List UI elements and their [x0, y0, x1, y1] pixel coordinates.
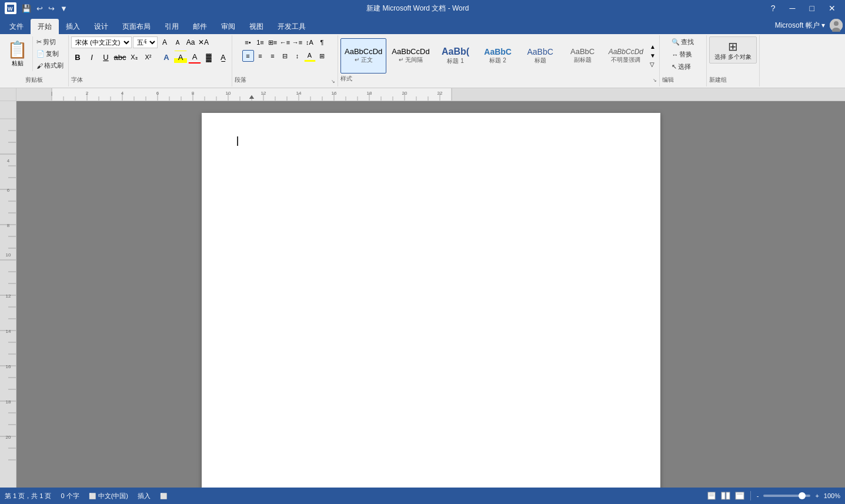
tab-view[interactable]: 视图 — [242, 19, 270, 34]
zoom-in-button[interactable]: + — [815, 492, 819, 499]
font-color-button[interactable]: A — [188, 51, 201, 64]
char-border-button[interactable]: A̲ — [216, 51, 229, 64]
tab-insert[interactable]: 插入 — [59, 19, 87, 34]
italic-button[interactable]: I — [85, 51, 98, 64]
decrease-indent-button[interactable]: ←≡ — [279, 36, 291, 48]
font-name-select[interactable]: 宋体 (中文正文) — [71, 36, 132, 48]
view-read-button[interactable] — [721, 492, 730, 500]
shrink-font-button[interactable]: A — [172, 36, 183, 48]
style-title[interactable]: AaBbC 标题 — [520, 38, 561, 74]
paragraph-expand-button[interactable]: ↘ — [331, 79, 335, 84]
line-spacing-button[interactable]: ↕ — [292, 50, 303, 62]
superscript-button[interactable]: X² — [142, 51, 155, 64]
ruler-content: | 2 4 6 8 10 12 14 16 18 20 22 — [16, 88, 845, 101]
text-effects-button[interactable]: A — [160, 51, 173, 64]
zoom-slider[interactable] — [763, 495, 810, 497]
ribbon-tabs: 文件 开始 插入 设计 页面布局 引用 邮件 审阅 视图 开发工具 Micros… — [0, 16, 845, 34]
styles-scroll-down[interactable]: ▼ — [649, 52, 657, 59]
status-page-info[interactable]: 第 1 页，共 1 页 — [5, 492, 51, 500]
zoom-out-button[interactable]: - — [757, 492, 759, 499]
style-subtitle[interactable]: AaBbC 副标题 — [562, 38, 603, 74]
save-button[interactable]: 💾 — [20, 4, 33, 13]
tab-mail[interactable]: 邮件 — [186, 19, 214, 34]
cut-button[interactable]: ✂剪切 — [34, 36, 66, 48]
underline-button[interactable]: U — [99, 51, 112, 64]
status-macro[interactable]: ⬜ — [160, 493, 167, 499]
document-area[interactable]: @keyframes blink { 0%,100%{opacity:1} 50… — [16, 101, 845, 488]
styles-expand-button[interactable]: ↘ — [653, 78, 657, 83]
find-button[interactable]: 🔍查找 — [669, 36, 696, 48]
format-painter-button[interactable]: 🖌格式刷 — [34, 60, 66, 71]
tab-developer[interactable]: 开发工具 — [270, 19, 313, 34]
align-center-button[interactable]: ≡ — [255, 50, 266, 62]
tab-design[interactable]: 设计 — [87, 19, 115, 34]
status-insert-mode[interactable]: 插入 — [138, 492, 151, 500]
view-print-button[interactable] — [707, 492, 716, 500]
styles-expand[interactable]: ▽ — [649, 61, 657, 68]
bullets-button[interactable]: ≡• — [242, 36, 254, 48]
char-shading-button[interactable]: ▓ — [202, 51, 215, 64]
status-word-count[interactable]: 0 个字 — [61, 492, 79, 500]
view-web-button[interactable] — [735, 492, 744, 500]
status-language[interactable]: ⬜ 中文(中国) — [89, 492, 128, 500]
style-no-spacing[interactable]: AaBbCcDd ↵ 无间隔 — [388, 38, 433, 74]
paragraph-content: ≡• 1≡ ⊞≡ ←≡ →≡ ↕A ¶ ≡ ≡ ≡ ⊟ ↕ A ⊞ — [242, 36, 328, 75]
replace-button[interactable]: ↔替换 — [669, 49, 694, 60]
zoom-thumb[interactable] — [799, 492, 806, 499]
font-content: 宋体 (中文正文) 五号 A A Aa ✕A B I U abc X₂ X² A… — [71, 36, 229, 75]
change-case-button[interactable]: Aa — [185, 36, 196, 48]
styles-scroll-up[interactable]: ▲ — [649, 43, 657, 51]
tab-review[interactable]: 审阅 — [214, 19, 242, 34]
svg-text:18: 18 — [367, 91, 372, 96]
help-button[interactable]: ? — [766, 0, 780, 16]
justify-button[interactable]: ⊟ — [279, 50, 291, 62]
align-left-button[interactable]: ≡ — [242, 50, 254, 62]
shading-button[interactable]: A — [304, 50, 316, 62]
font-size-select[interactable]: 五号 — [133, 36, 158, 48]
svg-text:6: 6 — [7, 188, 10, 193]
vertical-ruler: 2 4 6 8 10 12 14 16 18 20 — [0, 101, 16, 488]
style-normal[interactable]: AaBbCcDd ↵ 正文 — [340, 38, 386, 74]
show-formatting-button[interactable]: ¶ — [316, 36, 328, 48]
sort-button[interactable]: ↕A — [304, 36, 316, 48]
account-label[interactable]: Microsoft 帐户 ▾ — [775, 21, 825, 31]
account-avatar[interactable] — [830, 19, 843, 32]
style-subtle-emphasis[interactable]: AaBbCcDd 不明显强调 — [604, 38, 647, 74]
subscript-button[interactable]: X₂ — [128, 51, 141, 64]
select-button[interactable]: ↖选择 — [669, 61, 693, 72]
tab-home[interactable]: 开始 — [31, 19, 59, 34]
undo-button[interactable]: ↩ — [35, 4, 45, 13]
tab-layout[interactable]: 页面布局 — [115, 19, 158, 34]
increase-indent-button[interactable]: →≡ — [292, 36, 303, 48]
style-heading2[interactable]: AaBbC 标题 2 — [477, 38, 519, 74]
svg-text:10: 10 — [6, 252, 11, 258]
numbering-button[interactable]: 1≡ — [255, 36, 266, 48]
align-right-button[interactable]: ≡ — [267, 50, 279, 62]
borders-button[interactable]: ⊞ — [316, 50, 328, 62]
bold-button[interactable]: B — [71, 51, 84, 64]
multilevel-list-button[interactable]: ⊞≡ — [267, 36, 279, 48]
copy-button[interactable]: 📄复制 — [34, 48, 66, 59]
strikethrough-button[interactable]: abc — [113, 51, 126, 64]
restore-button[interactable]: □ — [805, 0, 819, 16]
right-indent-marker — [249, 95, 254, 99]
tab-file[interactable]: 文件 — [2, 19, 31, 34]
tab-references[interactable]: 引用 — [158, 19, 186, 34]
grow-font-button[interactable]: A — [159, 36, 171, 48]
font-label: 字体 — [71, 75, 229, 85]
style-heading1[interactable]: AaBb( 标题 1 — [435, 38, 476, 74]
minimize-button[interactable]: ─ — [785, 0, 800, 16]
clear-formatting-button[interactable]: ✕A — [198, 36, 209, 48]
redo-button[interactable]: ↪ — [46, 4, 56, 13]
svg-text:16: 16 — [332, 91, 337, 96]
paste-button[interactable]: 📋 粘贴 — [2, 36, 33, 71]
clipboard-content: 📋 粘贴 ✂剪切 📄复制 🖌格式刷 — [2, 36, 66, 75]
customize-quick-access-button[interactable]: ▼ — [58, 4, 69, 13]
text-highlight-button[interactable]: A — [174, 51, 187, 64]
editing-content: 🔍查找 ↔替换 ↖选择 — [669, 36, 696, 75]
document-page[interactable] — [202, 113, 660, 488]
ribbon-group-new: ⊞ 选择 多个对象 新建组 — [707, 35, 760, 86]
new-group-button[interactable]: ⊞ 选择 多个对象 — [709, 36, 757, 64]
zoom-level[interactable]: 100% — [824, 492, 840, 499]
close-button[interactable]: ✕ — [824, 0, 840, 16]
